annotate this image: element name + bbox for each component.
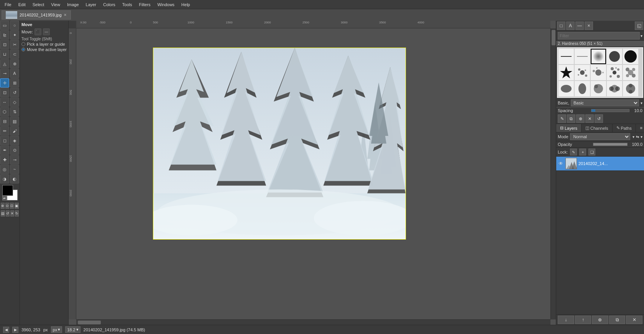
mode-select[interactable]: Normal	[570, 133, 630, 140]
tool-ink[interactable]: ✒	[0, 146, 9, 155]
tool-fuzzy-select[interactable]: ✦	[10, 30, 19, 40]
brush-cell-splatter3[interactable]	[607, 65, 622, 80]
mode-chain-icon[interactable]: ⇆	[636, 135, 639, 139]
tool-paintbrush[interactable]: 🖌	[10, 126, 19, 136]
brush-mode-dropdown-icon[interactable]: ▾	[641, 101, 642, 105]
scrollbar-horizontal[interactable]	[76, 319, 550, 325]
tool-clone[interactable]: ⊙	[10, 146, 19, 155]
mode-expand-icon[interactable]: ▾	[641, 135, 642, 139]
tool-perspective[interactable]: ⬡	[0, 107, 9, 116]
tool-align[interactable]: ⊞	[10, 78, 19, 88]
menu-edit[interactable]: Edit	[15, 2, 29, 8]
image-tab[interactable]: 20140202_141959.jpg ×	[2, 10, 71, 20]
tool-by-color-select[interactable]: ⊡	[0, 40, 9, 49]
brush-cell-blob2[interactable]	[575, 81, 590, 96]
tool-crop[interactable]: ⊡	[0, 88, 9, 97]
brush-mode-select[interactable]: Basic	[571, 99, 639, 106]
menu-tools[interactable]: Tools	[119, 2, 135, 8]
reset-icon[interactable]: ↻	[15, 210, 19, 217]
move-type-btn2[interactable]: —	[43, 28, 50, 35]
layer-item[interactable]: 👁 20140202_14...	[556, 157, 644, 171]
tool-measure[interactable]: ⊸	[0, 69, 9, 78]
tool-paths[interactable]: ⊂	[10, 50, 19, 59]
tool-ellipse-select[interactable]: ○	[10, 21, 19, 30]
scrollbar-vertical[interactable]	[550, 28, 556, 319]
lock-pixels-btn[interactable]: ✎	[570, 149, 577, 155]
delete-icon[interactable]: ✕	[10, 210, 14, 217]
tool-dodge-burn[interactable]: ◑	[0, 174, 9, 184]
undo-icon[interactable]: ↺	[6, 210, 10, 217]
brush-cell-circle-black[interactable]	[623, 49, 638, 64]
tool-foreground-select[interactable]: ⊔	[0, 50, 9, 59]
tab-paths[interactable]: ✎ Paths	[613, 124, 636, 132]
tool-airbrush[interactable]: ◈	[10, 136, 19, 145]
tool-color-picker[interactable]: ◬	[0, 59, 9, 68]
tool-desaturate[interactable]: ◐	[10, 174, 19, 184]
layer-new-btn[interactable]: ⊕	[592, 316, 608, 324]
tool-pencil[interactable]: ✏	[0, 126, 9, 136]
brush-duplicate-btn[interactable]: ⧉	[567, 114, 575, 123]
panel-expand-icon[interactable]: ◱	[635, 21, 643, 30]
menu-help[interactable]: Help	[178, 2, 193, 8]
scrollbar-h-thumb[interactable]	[78, 321, 101, 324]
move-active-option[interactable]: Move the active layer	[21, 47, 67, 52]
tool-flip[interactable]: ⇅	[10, 107, 19, 116]
menu-filters[interactable]: Filters	[136, 2, 154, 8]
layer-visibility-toggle[interactable]: 👁	[558, 160, 564, 167]
zoom-control[interactable]: 18.2 ▾	[65, 326, 80, 333]
brush-cell-circle-hard[interactable]	[607, 49, 622, 64]
layer-duplicate-btn[interactable]: ⧉	[609, 316, 626, 324]
brush-cell-splatter2[interactable]	[591, 65, 606, 80]
scrollbar-v-thumb[interactable]	[552, 30, 555, 45]
tool-eraser[interactable]: ◻	[0, 136, 9, 145]
tool-text[interactable]: A	[10, 69, 19, 78]
menu-file[interactable]: File	[2, 2, 15, 8]
tool-free-select[interactable]: ⊵	[0, 30, 9, 40]
spacing-bar[interactable]	[591, 109, 629, 112]
tab-channels[interactable]: ◫ Channels	[582, 124, 612, 132]
filter-input[interactable]	[558, 32, 640, 40]
panel-close-icon[interactable]: ×	[585, 21, 593, 30]
tool-blur-sharpen[interactable]: ◎	[0, 165, 9, 174]
brush-cell-line2[interactable]	[575, 49, 590, 64]
status-nav-next[interactable]: ▶	[12, 327, 18, 333]
status-nav-prev[interactable]: ◀	[3, 327, 9, 333]
panel-text-icon[interactable]: A	[566, 21, 575, 30]
swap-colors-icon[interactable]: ⇄	[2, 196, 7, 200]
brush-cell-star[interactable]	[559, 65, 574, 80]
pick-layer-radio[interactable]	[21, 42, 25, 46]
save-icon[interactable]: ▤	[1, 210, 5, 217]
mode-dropdown-icon[interactable]: ▾	[632, 135, 634, 139]
layer-delete-btn[interactable]: ✕	[626, 316, 642, 324]
pick-layer-option[interactable]: Pick a layer or guide	[21, 42, 67, 46]
brush-cell-blob3[interactable]	[591, 81, 606, 96]
lock-alpha-btn[interactable]: ❑	[588, 149, 595, 155]
brush-cell-blob4[interactable]	[607, 81, 622, 96]
brush-cell-line1[interactable]	[559, 49, 574, 64]
tool-scissors[interactable]: ✂	[10, 40, 19, 49]
brush-cell-splatter4[interactable]	[623, 65, 638, 80]
foreground-color[interactable]	[2, 185, 13, 196]
tool-perspective-clone[interactable]: ⊸	[10, 155, 19, 164]
menu-colors[interactable]: Colors	[100, 2, 118, 8]
menu-select[interactable]: Select	[30, 2, 48, 8]
zoom-fit-icon[interactable]: ⊡	[10, 203, 14, 209]
layer-move-up-btn[interactable]: ↑	[575, 316, 591, 324]
brush-cell-splatter1[interactable]	[575, 65, 590, 80]
move-type-btn1[interactable]: ⬛	[34, 28, 41, 35]
menu-layer[interactable]: Layer	[83, 2, 100, 8]
tool-rotate[interactable]: ↺	[10, 88, 19, 97]
layers-panel-menu-icon[interactable]: ≡	[639, 124, 644, 132]
layer-move-down-btn[interactable]: ↓	[558, 316, 574, 324]
brush-edit-btn[interactable]: ✎	[558, 114, 566, 123]
zoom-fill-icon[interactable]: ▣	[15, 203, 19, 209]
tool-smudge[interactable]: ~	[10, 165, 19, 174]
brush-new-btn[interactable]: ⊕	[576, 114, 585, 123]
brush-cell-blob1[interactable]	[559, 81, 574, 96]
brush-delete-btn[interactable]: ✕	[585, 114, 594, 123]
brush-cell-blob5[interactable]	[623, 81, 638, 96]
tool-zoom[interactable]: ⊕	[10, 59, 19, 68]
lock-position-btn[interactable]: +	[579, 149, 586, 155]
tool-shear[interactable]: ◇	[10, 98, 19, 107]
tab-close-button[interactable]: ×	[64, 12, 67, 18]
